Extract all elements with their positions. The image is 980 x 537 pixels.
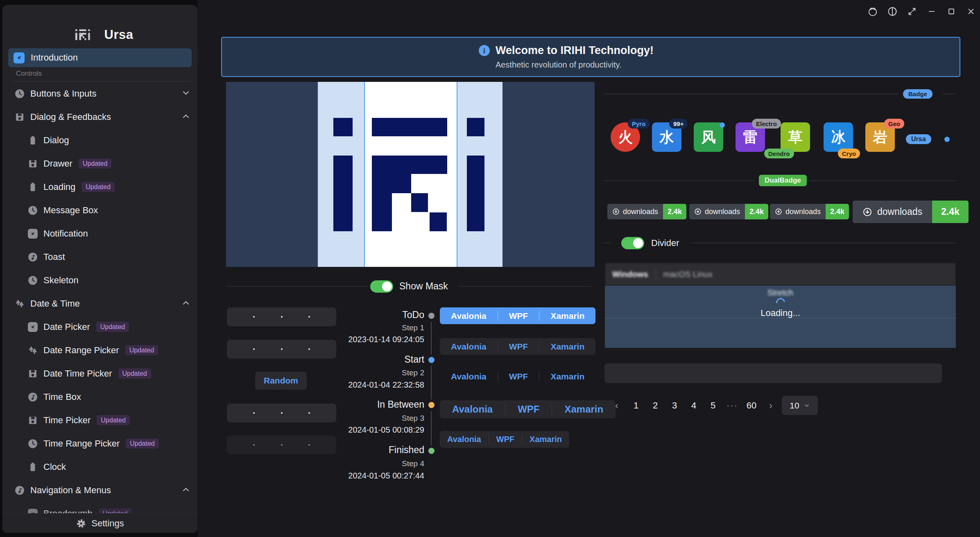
sidebar-item-time-range-picker[interactable]: Time Range Picker Updated	[2, 432, 197, 455]
sidebar-item-time-picker[interactable]: Time Picker Updated	[2, 408, 197, 432]
banner-title: Welcome to IRIHI Technology!	[496, 44, 654, 57]
wpf-button[interactable]: WPF	[505, 400, 552, 418]
sidebar-item-dialog-feedbacks[interactable]: Dialog & Feedbacks	[2, 105, 197, 129]
show-mask-toggle[interactable]	[370, 280, 393, 293]
minimize-button[interactable]	[926, 6, 937, 17]
hero-mask-line	[457, 82, 457, 267]
sidebar-item-date-range-picker[interactable]: Date Range Picker Updated	[2, 338, 197, 362]
battery-icon	[27, 135, 38, 146]
pagination-next[interactable]: ›	[763, 399, 779, 412]
xamarin-button[interactable]: Xamarin	[522, 431, 569, 448]
tab-macos-linux[interactable]: macOS Linux	[663, 270, 713, 279]
sidebar-item-skeleton[interactable]: Skeleton	[2, 268, 197, 292]
divider-line	[809, 181, 956, 181]
avalonia-button[interactable]: Avalonia	[440, 400, 505, 418]
pagination-page-3[interactable]: 3	[666, 399, 683, 412]
badge-99plus: 99+	[669, 119, 688, 129]
irihi-hero-image	[226, 82, 595, 267]
battery-icon	[27, 462, 38, 472]
wpf-button[interactable]: WPF	[489, 431, 522, 448]
xamarin-button[interactable]: Xamarin	[539, 368, 595, 385]
badge-dot	[944, 137, 950, 142]
button-group-borderless: Avalonia WPF Xamarin	[440, 368, 595, 385]
updated-badge: Updated	[79, 158, 112, 169]
step-name: In Between	[287, 399, 424, 410]
sidebar: Ursa Introduction Controls Buttons & Inp…	[2, 5, 197, 533]
pagination-page-5[interactable]: 5	[705, 399, 721, 412]
maximize-button[interactable]	[946, 6, 957, 17]
pagination-page-2[interactable]: 2	[647, 399, 663, 412]
chevron-down-icon	[181, 88, 191, 99]
fullscreen-icon[interactable]	[906, 6, 918, 17]
divider-line	[603, 94, 899, 94]
avalonia-button[interactable]: Avalonia	[440, 431, 489, 448]
welcome-banner: i Welcome to IRIHI Technology! Aesthetic…	[221, 37, 960, 77]
badge-ursa: Ursa	[906, 134, 931, 144]
stretch-label: Stretch	[605, 288, 956, 298]
tab-windows[interactable]: Windows	[612, 270, 648, 279]
badge-dot	[720, 122, 725, 128]
pagination-page-4[interactable]: 4	[686, 399, 702, 412]
xamarin-button[interactable]: Xamarin	[552, 400, 616, 418]
section-divider	[14, 81, 192, 81]
pin-icon	[27, 228, 38, 239]
step-label: Step 4	[287, 459, 424, 468]
theme-toggle-icon[interactable]	[887, 6, 898, 17]
sidebar-item-time-box[interactable]: Time Box	[2, 385, 197, 408]
section-label-controls: Controls	[16, 70, 42, 78]
clock-icon	[27, 275, 38, 286]
sidebar-item-introduction[interactable]: Introduction	[8, 48, 192, 67]
sidebar-item-loading[interactable]: Loading Updated	[2, 175, 197, 199]
element-tile-dendro: 草	[781, 122, 810, 152]
settings-button[interactable]: Settings	[2, 513, 197, 533]
sidebar-item-dialog[interactable]: Dialog	[2, 129, 197, 152]
avalonia-button[interactable]: Avalonia	[440, 307, 498, 324]
sidebar-item-buttons-inputs[interactable]: Buttons & Inputs	[2, 82, 197, 105]
github-icon[interactable]	[867, 6, 878, 17]
music-note-icon	[27, 252, 38, 262]
floppy-icon	[27, 368, 38, 379]
download-icon	[612, 208, 620, 215]
floppy-icon	[27, 415, 38, 426]
close-button[interactable]	[965, 6, 977, 17]
divider-line	[458, 286, 591, 287]
sidebar-item-clock[interactable]: Clock	[2, 455, 197, 478]
sidebar-item-date-time-picker[interactable]: Date Time Picker Updated	[2, 362, 197, 385]
divider-line	[605, 318, 956, 318]
pagination-ellipsis: ···	[724, 399, 740, 412]
badge-dendro: Dendro	[764, 149, 794, 158]
updated-badge: Updated	[126, 438, 159, 449]
step-label: Step 1	[287, 323, 424, 332]
info-icon: i	[479, 45, 490, 56]
button-group-small: Avalonia WPF Xamarin	[440, 431, 569, 448]
app-title: Ursa	[104, 27, 134, 42]
sidebar-item-date-picker[interactable]: Date Picker Updated	[2, 315, 197, 338]
downloads-badge-4: downloads 2.4k	[853, 201, 969, 223]
element-tile-cryo: 冰	[824, 122, 853, 152]
wpf-button[interactable]: WPF	[498, 338, 539, 355]
sidebar-item-drawer[interactable]: Drawer Updated	[2, 152, 197, 175]
pin-icon	[14, 52, 25, 63]
avalonia-button[interactable]: Avalonia	[440, 338, 498, 355]
pagination-page-1[interactable]: 1	[628, 399, 644, 412]
page-size-select[interactable]: 10	[782, 396, 818, 415]
sidebar-item-notification[interactable]: Notification	[2, 222, 197, 245]
wpf-button[interactable]: WPF	[498, 368, 539, 385]
pagination-page-60[interactable]: 60	[743, 399, 760, 412]
wpf-button[interactable]: WPF	[498, 307, 539, 324]
pagination: ‹ 1 2 3 4 5 ··· 60 ›	[609, 399, 782, 412]
xamarin-button[interactable]: Xamarin	[539, 338, 595, 355]
divider-toggle[interactable]	[621, 237, 644, 249]
sidebar-item-date-time[interactable]: Date & Time	[2, 292, 197, 315]
trees-icon	[27, 345, 38, 356]
avalonia-button[interactable]: Avalonia	[440, 368, 498, 385]
sidebar-item-navigation-menus[interactable]: Navigation & Menus	[2, 478, 197, 502]
divider-label: Divider	[651, 238, 679, 248]
pagination-prev[interactable]: ‹	[609, 399, 625, 412]
xamarin-button[interactable]: Xamarin	[539, 307, 595, 324]
sidebar-item-toast[interactable]: Toast	[2, 245, 197, 268]
text-input[interactable]	[604, 363, 942, 383]
clock-icon	[27, 205, 38, 216]
sidebar-item-message-box[interactable]: Message Box	[2, 199, 197, 222]
chevron-up-icon	[181, 111, 191, 123]
